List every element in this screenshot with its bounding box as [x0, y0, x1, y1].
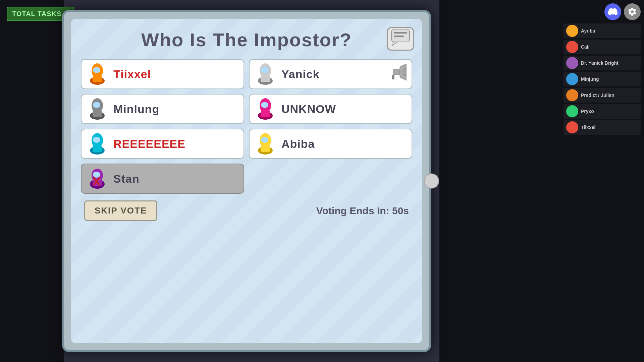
player-vote-name-tiixxel: Tiixxel: [113, 68, 151, 81]
player-vote-name-abiba: Abiba: [281, 137, 315, 150]
bg-left: [0, 0, 64, 362]
voting-timer: Voting Ends In: 50s: [316, 205, 409, 217]
crewmate-abiba: [255, 133, 276, 155]
vote-card-yanick[interactable]: Yanick: [249, 59, 412, 89]
player-list: AyubaCaliDr. Yanick BrightMinjungPredict…: [564, 23, 641, 135]
svg-rect-3: [394, 36, 404, 37]
sidebar-player-name-4: Predict / Julian: [581, 93, 614, 98]
crewmate-reeeeeeee: [87, 133, 108, 155]
right-panel: AyubaCaliDr. Yanick BrightMinjungPredict…: [439, 0, 644, 362]
chat-icon-button[interactable]: [387, 27, 414, 51]
sidebar-player-5: Pryxo: [564, 104, 641, 119]
megaphone-indicator: [383, 62, 407, 86]
vote-card-abiba[interactable]: Abiba: [249, 129, 412, 159]
modal-title: Who Is The Impostor?: [81, 29, 412, 51]
sidebar-player-0: Ayuba: [564, 23, 641, 38]
player-vote-name-yanick: Yanick: [281, 68, 320, 81]
crewmate-tiixxel: [87, 63, 108, 85]
player-vote-name-unknow: UNKNOW: [281, 103, 336, 116]
sidebar-player-4: Predict / Julian: [564, 88, 641, 103]
sidebar-player-name-6: Tiixxel: [581, 125, 595, 130]
player-avatar-5: [566, 105, 578, 117]
player-avatar-0: [566, 25, 578, 37]
vote-card-minlung[interactable]: Minlung: [81, 94, 244, 124]
vote-card-reeeeeeee[interactable]: REEEEEEEE: [81, 129, 244, 159]
svg-point-11: [261, 67, 268, 73]
crewmate-unknow: [255, 98, 276, 120]
players-grid: Tiixxel Yanick Minlung UNKNOW REEEEEEEE …: [81, 59, 412, 194]
player-avatar-3: [566, 73, 578, 85]
sidebar-player-3: Minjung: [564, 72, 641, 86]
scroll-button[interactable]: [424, 174, 439, 189]
sidebar-player-6: Tiixxel: [564, 120, 641, 135]
sidebar-player-name-5: Pryxo: [581, 109, 594, 114]
sidebar-player-name-2: Dr. Yanick Bright: [581, 60, 619, 66]
svg-point-23: [261, 102, 268, 108]
svg-point-35: [93, 172, 100, 178]
sidebar-player-1: Cali: [564, 40, 641, 54]
player-avatar-2: [566, 57, 578, 69]
modal-inner: Who Is The Impostor? Tiixxel Yanick: [71, 19, 422, 343]
sidebar-player-name-3: Minjung: [581, 76, 599, 82]
discord-icon[interactable]: [604, 3, 621, 20]
sidebar-player-name-1: Cali: [581, 44, 590, 50]
vote-card-tiixxel[interactable]: Tiixxel: [81, 59, 244, 89]
svg-point-19: [93, 102, 100, 108]
svg-marker-1: [392, 42, 398, 46]
svg-point-7: [93, 67, 100, 73]
skip-vote-button[interactable]: SKIP VOTE: [84, 200, 157, 221]
voting-modal: Who Is The Impostor? Tiixxel Yanick: [62, 10, 431, 352]
player-avatar-1: [566, 41, 578, 53]
svg-point-31: [261, 137, 268, 143]
sidebar-player-name-0: Ayuba: [581, 28, 595, 34]
svg-rect-2: [394, 32, 407, 34]
svg-point-27: [93, 137, 100, 143]
vote-card-stan[interactable]: Stan: [81, 164, 244, 194]
player-vote-name-stan: Stan: [113, 172, 140, 185]
svg-rect-14: [392, 75, 394, 79]
settings-icon[interactable]: [624, 3, 641, 20]
player-avatar-6: [566, 121, 578, 133]
top-icons: [604, 3, 641, 20]
sidebar-player-2: Dr. Yanick Bright: [564, 56, 641, 70]
crewmate-yanick: [255, 63, 276, 85]
vote-card-unknow[interactable]: UNKNOW: [249, 94, 412, 124]
bottom-bar: SKIP VOTE Voting Ends In: 50s: [81, 200, 412, 221]
player-vote-name-minlung: Minlung: [113, 103, 159, 116]
svg-rect-12: [393, 69, 400, 75]
player-avatar-4: [566, 89, 578, 101]
crewmate-stan: [87, 168, 108, 190]
crewmate-minlung: [87, 98, 108, 120]
player-vote-name-reeeeeeee: REEEEEEEE: [113, 137, 185, 150]
svg-marker-13: [400, 64, 407, 80]
